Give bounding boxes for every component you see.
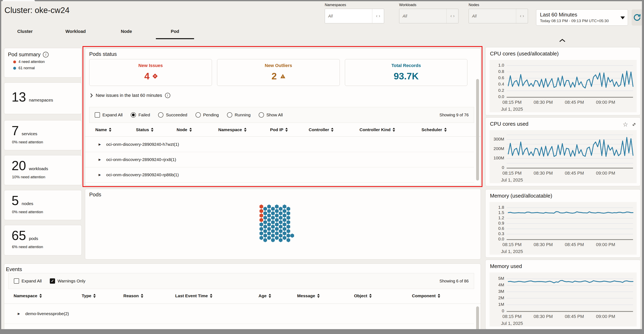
- pod-hexagon[interactable]: [283, 218, 286, 222]
- column-header-controller[interactable]: Controller: [309, 123, 334, 136]
- pod-hexagon[interactable]: [267, 204, 271, 209]
- chevron-left-icon[interactable]: ‹: [520, 13, 521, 19]
- pod-hexagon[interactable]: [283, 227, 286, 231]
- pod-hexagon[interactable]: [286, 207, 290, 211]
- pod-hexagon[interactable]: [260, 227, 263, 231]
- pods-stat-card[interactable]: 65pods 6% need attention: [4, 225, 82, 255]
- pod-hexagon[interactable]: [286, 234, 290, 238]
- column-header-message[interactable]: Message: [297, 288, 320, 304]
- nodes-select[interactable]: All ‹›: [468, 9, 528, 23]
- nodes-spinner[interactable]: ‹›: [516, 9, 528, 23]
- pod-hexagon[interactable]: [286, 238, 290, 242]
- pod-hexagon[interactable]: [260, 236, 263, 240]
- expand-row-icon[interactable]: ▶: [98, 143, 101, 146]
- radio-pending[interactable]: Pending: [196, 112, 219, 118]
- pod-hexagon[interactable]: [286, 216, 290, 220]
- checkbox-icon[interactable]: [95, 112, 100, 118]
- info-icon[interactable]: i: [43, 52, 48, 57]
- table-row[interactable]: ▶oci-onm-discovery-28909240-rp86b(1): [85, 167, 474, 183]
- sort-icon[interactable]: [151, 128, 154, 132]
- workloads-select[interactable]: All ‹›: [399, 9, 458, 23]
- pod-hexagon[interactable]: [279, 220, 282, 224]
- table-row[interactable]: ▶demo-livenessprobe(2): [4, 304, 474, 324]
- pod-hexagon[interactable]: [283, 213, 286, 218]
- legend-item-normal[interactable]: 61 normal: [13, 66, 82, 70]
- collapse-panel-button[interactable]: [559, 38, 566, 43]
- pod-hexagon[interactable]: [275, 222, 278, 227]
- pod-hexagon[interactable]: [263, 229, 267, 233]
- sort-icon[interactable]: [40, 294, 42, 298]
- chevron-right-icon[interactable]: ›: [453, 13, 454, 19]
- pod-hexagon[interactable]: [271, 211, 275, 215]
- time-range-picker[interactable]: Last 60 Minutes Today 08:13 PM - 09:13 P…: [536, 9, 628, 25]
- radio-icon[interactable]: [196, 112, 201, 118]
- pod-hexagon[interactable]: [260, 231, 263, 236]
- sort-icon[interactable]: [109, 128, 111, 132]
- workloads-spinner[interactable]: ‹›: [446, 9, 458, 23]
- column-header-scheduler[interactable]: Scheduler: [422, 123, 447, 136]
- pod-hexagon[interactable]: [271, 225, 275, 229]
- new-issues-expander[interactable]: New issues in the last 60 minutes i: [90, 93, 170, 98]
- column-header-status[interactable]: Status: [136, 123, 154, 136]
- pod-hexagon[interactable]: [279, 207, 282, 211]
- chevron-left-icon[interactable]: ‹: [376, 13, 378, 19]
- chevron-left-icon[interactable]: ‹: [450, 13, 452, 19]
- sort-icon[interactable]: [190, 128, 192, 132]
- column-header-last-event-time[interactable]: Last Event Time: [175, 288, 212, 304]
- tab-workload[interactable]: Workload: [55, 29, 96, 34]
- checkbox-checked-icon[interactable]: ✓: [50, 278, 55, 284]
- pod-hexagon[interactable]: [275, 218, 278, 222]
- refresh-button[interactable]: [632, 9, 642, 25]
- radio-failed[interactable]: Failed: [131, 112, 150, 118]
- pod-hexagon[interactable]: [279, 229, 282, 233]
- services-stat-card[interactable]: 7services 0% need attention: [4, 120, 82, 150]
- pod-hexagon[interactable]: [283, 204, 286, 209]
- pod-hexagon[interactable]: [275, 213, 278, 218]
- column-header-component[interactable]: Component: [412, 288, 440, 304]
- radio-icon[interactable]: [227, 112, 232, 118]
- pod-hexagon[interactable]: [279, 234, 282, 238]
- pod-hexagon[interactable]: [260, 209, 263, 213]
- pod-hexagon[interactable]: [286, 220, 290, 224]
- new-outliers-card[interactable]: New Outliers 2 !: [217, 59, 340, 86]
- radio-succeeded[interactable]: Succeeded: [158, 112, 187, 118]
- sort-icon[interactable]: [210, 294, 212, 298]
- pod-hexagon[interactable]: [275, 209, 278, 213]
- radio-selected-icon[interactable]: [131, 112, 136, 118]
- pod-hexagon[interactable]: [279, 216, 282, 220]
- pod-hexagon[interactable]: [286, 225, 290, 229]
- pod-hexagon[interactable]: [267, 236, 271, 240]
- column-header-age[interactable]: Age: [258, 288, 271, 304]
- chevron-right-icon[interactable]: ›: [379, 13, 380, 19]
- expand-all-checkbox[interactable]: Expand All: [14, 278, 42, 284]
- sort-icon[interactable]: [331, 128, 334, 132]
- legend-item-attention[interactable]: 4 need attention: [13, 60, 82, 64]
- pod-hexagon[interactable]: [279, 238, 282, 242]
- pod-hexagon[interactable]: [260, 218, 263, 222]
- radio-icon[interactable]: [158, 112, 164, 118]
- namespaces-spinner[interactable]: ‹›: [372, 9, 384, 23]
- radio-running[interactable]: Running: [227, 112, 250, 118]
- pod-hexagon[interactable]: [275, 204, 278, 209]
- pods-hex-grid[interactable]: [260, 204, 296, 243]
- pod-hexagon[interactable]: [271, 234, 275, 238]
- expand-all-checkbox[interactable]: Expand All: [95, 112, 122, 118]
- events-table-scrollbar[interactable]: [476, 306, 479, 329]
- namespaces-select[interactable]: All ‹›: [325, 9, 384, 23]
- pod-hexagon[interactable]: [283, 231, 286, 236]
- tab-pod[interactable]: Pod: [155, 29, 195, 34]
- total-records-card[interactable]: Total Records 93.7K: [345, 59, 468, 86]
- pod-hexagon[interactable]: [260, 204, 263, 209]
- column-header-type[interactable]: Type: [82, 288, 96, 304]
- pod-hexagon[interactable]: [271, 238, 275, 242]
- radio-icon[interactable]: [259, 112, 264, 118]
- pod-hexagon[interactable]: [263, 225, 267, 229]
- pods-table-scrollbar[interactable]: [476, 79, 479, 181]
- column-header-reason[interactable]: Reason: [123, 288, 143, 304]
- pod-hexagon[interactable]: [271, 229, 275, 233]
- chevron-right-icon[interactable]: ›: [523, 13, 524, 19]
- column-header-namespace[interactable]: Namespace: [218, 123, 246, 136]
- pod-hexagon[interactable]: [267, 209, 271, 213]
- nodes-stat-card[interactable]: 5nodes 0% need attention: [4, 190, 82, 220]
- column-header-namespace[interactable]: Namespace: [14, 288, 42, 304]
